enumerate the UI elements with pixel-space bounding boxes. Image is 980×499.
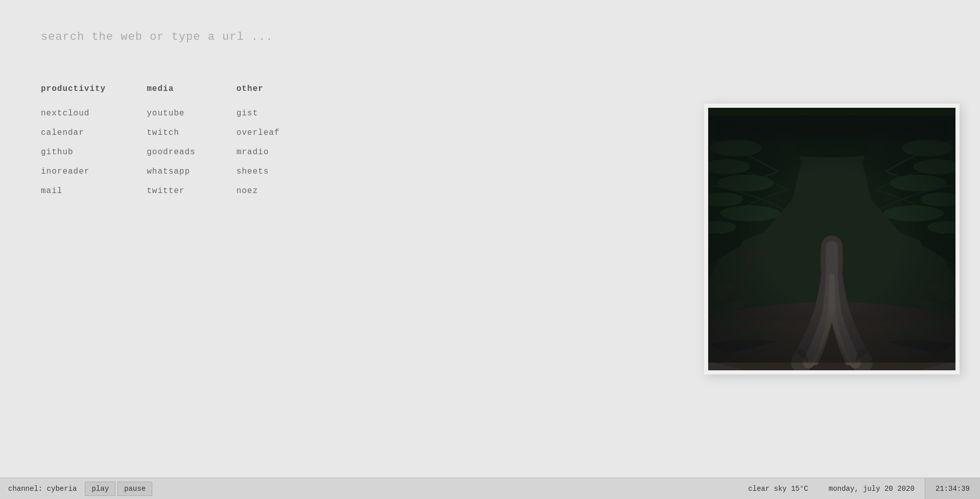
pause-button[interactable]: pause [118, 482, 152, 496]
weather-info: clear sky 15°C [738, 485, 819, 493]
link-whatsapp[interactable]: whatsapp [147, 164, 195, 179]
link-twitch[interactable]: twitch [147, 125, 195, 140]
link-youtube[interactable]: youtube [147, 106, 195, 121]
links-area: productivity nextcloud calendar github i… [41, 84, 684, 199]
link-goodreads[interactable]: goodreads [147, 145, 195, 160]
search-area[interactable] [41, 31, 684, 43]
media-header: media [147, 84, 195, 93]
link-overleaf[interactable]: overleaf [237, 125, 280, 140]
link-gist[interactable]: gist [237, 106, 280, 121]
link-nextcloud[interactable]: nextcloud [41, 106, 106, 121]
forest-svg [708, 108, 955, 370]
link-github[interactable]: github [41, 145, 106, 160]
productivity-column: productivity nextcloud calendar github i… [41, 84, 106, 199]
main-content: productivity nextcloud calendar github i… [0, 0, 980, 478]
time-info: 21:34:39 [925, 478, 980, 499]
link-noez[interactable]: noez [237, 183, 280, 199]
play-button[interactable]: play [85, 482, 115, 496]
channel-label: channel: cyberia [0, 478, 85, 499]
link-mail[interactable]: mail [41, 183, 106, 199]
link-inoreader[interactable]: inoreader [41, 164, 106, 179]
link-twitter[interactable]: twitter [147, 183, 195, 199]
left-panel: productivity nextcloud calendar github i… [0, 0, 684, 478]
statusbar: channel: cyberia play pause clear sky 15… [0, 478, 980, 499]
photo-frame [704, 104, 960, 374]
link-mradio[interactable]: mradio [237, 145, 280, 160]
statusbar-right: clear sky 15°C monday, july 20 2020 21:3… [738, 478, 980, 499]
forest-image [708, 108, 955, 370]
media-column: media youtube twitch goodreads whatsapp … [147, 84, 195, 199]
productivity-header: productivity [41, 84, 106, 93]
link-calendar[interactable]: calendar [41, 125, 106, 140]
svg-rect-24 [708, 115, 955, 363]
other-header: other [237, 84, 280, 93]
right-panel [684, 0, 980, 478]
statusbar-left: channel: cyberia play pause [0, 478, 154, 499]
link-sheets[interactable]: sheets [237, 164, 280, 179]
date-info: monday, july 20 2020 [819, 485, 925, 493]
other-column: other gist overleaf mradio sheets noez [237, 84, 280, 199]
search-input[interactable] [41, 31, 296, 43]
